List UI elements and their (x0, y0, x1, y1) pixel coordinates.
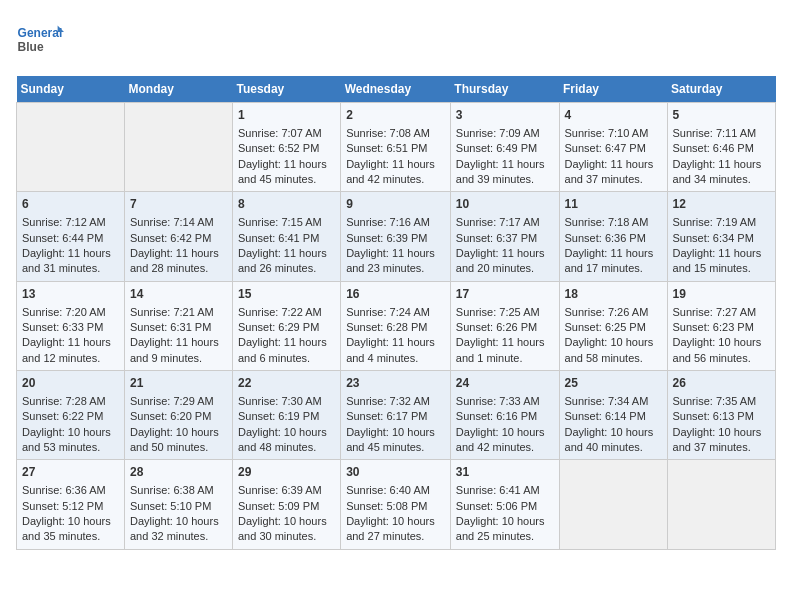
logo: General Blue (16, 16, 64, 64)
sunrise: Sunrise: 7:12 AM (22, 216, 106, 228)
daylight: Daylight: 10 hours and 58 minutes. (565, 336, 654, 363)
sunset: Sunset: 6:37 PM (456, 232, 537, 244)
day-number: 25 (565, 375, 662, 392)
day-number: 2 (346, 107, 445, 124)
day-number: 19 (673, 286, 770, 303)
calendar-cell: 24Sunrise: 7:33 AMSunset: 6:16 PMDayligh… (450, 371, 559, 460)
sunrise: Sunrise: 7:30 AM (238, 395, 322, 407)
sunset: Sunset: 6:17 PM (346, 410, 427, 422)
daylight: Daylight: 10 hours and 30 minutes. (238, 515, 327, 542)
sunrise: Sunrise: 7:11 AM (673, 127, 757, 139)
day-number: 1 (238, 107, 335, 124)
calendar-cell: 16Sunrise: 7:24 AMSunset: 6:28 PMDayligh… (341, 281, 451, 370)
calendar-cell: 22Sunrise: 7:30 AMSunset: 6:19 PMDayligh… (232, 371, 340, 460)
sunset: Sunset: 6:29 PM (238, 321, 319, 333)
calendar-cell: 9Sunrise: 7:16 AMSunset: 6:39 PMDaylight… (341, 192, 451, 281)
calendar-cell (667, 460, 775, 549)
sunrise: Sunrise: 7:14 AM (130, 216, 214, 228)
sunset: Sunset: 6:16 PM (456, 410, 537, 422)
sunrise: Sunrise: 7:26 AM (565, 306, 649, 318)
sunrise: Sunrise: 7:20 AM (22, 306, 106, 318)
daylight: Daylight: 10 hours and 25 minutes. (456, 515, 545, 542)
day-number: 5 (673, 107, 770, 124)
sunrise: Sunrise: 7:09 AM (456, 127, 540, 139)
calendar-cell: 31Sunrise: 6:41 AMSunset: 5:06 PMDayligh… (450, 460, 559, 549)
day-number: 24 (456, 375, 554, 392)
calendar-cell: 7Sunrise: 7:14 AMSunset: 6:42 PMDaylight… (124, 192, 232, 281)
daylight: Daylight: 11 hours and 12 minutes. (22, 336, 111, 363)
sunrise: Sunrise: 7:29 AM (130, 395, 214, 407)
sunset: Sunset: 6:49 PM (456, 142, 537, 154)
day-number: 7 (130, 196, 227, 213)
calendar-cell: 23Sunrise: 7:32 AMSunset: 6:17 PMDayligh… (341, 371, 451, 460)
week-row-4: 20Sunrise: 7:28 AMSunset: 6:22 PMDayligh… (17, 371, 776, 460)
col-header-tuesday: Tuesday (232, 76, 340, 103)
day-number: 9 (346, 196, 445, 213)
page-header: General Blue (16, 16, 776, 64)
day-number: 18 (565, 286, 662, 303)
day-number: 20 (22, 375, 119, 392)
day-number: 14 (130, 286, 227, 303)
day-number: 11 (565, 196, 662, 213)
sunset: Sunset: 6:52 PM (238, 142, 319, 154)
sunrise: Sunrise: 6:39 AM (238, 484, 322, 496)
sunset: Sunset: 6:25 PM (565, 321, 646, 333)
day-number: 28 (130, 464, 227, 481)
col-header-thursday: Thursday (450, 76, 559, 103)
daylight: Daylight: 11 hours and 31 minutes. (22, 247, 111, 274)
sunrise: Sunrise: 7:17 AM (456, 216, 540, 228)
sunset: Sunset: 6:44 PM (22, 232, 103, 244)
daylight: Daylight: 11 hours and 1 minute. (456, 336, 545, 363)
calendar-cell: 8Sunrise: 7:15 AMSunset: 6:41 PMDaylight… (232, 192, 340, 281)
sunset: Sunset: 6:36 PM (565, 232, 646, 244)
col-header-sunday: Sunday (17, 76, 125, 103)
col-header-wednesday: Wednesday (341, 76, 451, 103)
sunset: Sunset: 5:12 PM (22, 500, 103, 512)
calendar-cell: 18Sunrise: 7:26 AMSunset: 6:25 PMDayligh… (559, 281, 667, 370)
header-row: SundayMondayTuesdayWednesdayThursdayFrid… (17, 76, 776, 103)
sunrise: Sunrise: 7:33 AM (456, 395, 540, 407)
day-number: 13 (22, 286, 119, 303)
calendar-table: SundayMondayTuesdayWednesdayThursdayFrid… (16, 76, 776, 550)
calendar-cell: 28Sunrise: 6:38 AMSunset: 5:10 PMDayligh… (124, 460, 232, 549)
sunset: Sunset: 5:08 PM (346, 500, 427, 512)
sunset: Sunset: 6:51 PM (346, 142, 427, 154)
calendar-cell: 17Sunrise: 7:25 AMSunset: 6:26 PMDayligh… (450, 281, 559, 370)
daylight: Daylight: 11 hours and 4 minutes. (346, 336, 435, 363)
sunset: Sunset: 6:28 PM (346, 321, 427, 333)
sunrise: Sunrise: 7:08 AM (346, 127, 430, 139)
day-number: 10 (456, 196, 554, 213)
sunset: Sunset: 6:22 PM (22, 410, 103, 422)
sunset: Sunset: 6:23 PM (673, 321, 754, 333)
calendar-cell: 12Sunrise: 7:19 AMSunset: 6:34 PMDayligh… (667, 192, 775, 281)
sunrise: Sunrise: 7:18 AM (565, 216, 649, 228)
sunrise: Sunrise: 6:36 AM (22, 484, 106, 496)
calendar-cell: 21Sunrise: 7:29 AMSunset: 6:20 PMDayligh… (124, 371, 232, 460)
calendar-cell: 13Sunrise: 7:20 AMSunset: 6:33 PMDayligh… (17, 281, 125, 370)
day-number: 8 (238, 196, 335, 213)
svg-text:Blue: Blue (18, 40, 44, 54)
daylight: Daylight: 10 hours and 42 minutes. (456, 426, 545, 453)
calendar-cell: 11Sunrise: 7:18 AMSunset: 6:36 PMDayligh… (559, 192, 667, 281)
day-number: 29 (238, 464, 335, 481)
daylight: Daylight: 11 hours and 23 minutes. (346, 247, 435, 274)
calendar-cell: 5Sunrise: 7:11 AMSunset: 6:46 PMDaylight… (667, 103, 775, 192)
sunset: Sunset: 6:47 PM (565, 142, 646, 154)
daylight: Daylight: 11 hours and 9 minutes. (130, 336, 219, 363)
calendar-cell: 19Sunrise: 7:27 AMSunset: 6:23 PMDayligh… (667, 281, 775, 370)
sunset: Sunset: 6:14 PM (565, 410, 646, 422)
daylight: Daylight: 10 hours and 27 minutes. (346, 515, 435, 542)
day-number: 26 (673, 375, 770, 392)
daylight: Daylight: 10 hours and 32 minutes. (130, 515, 219, 542)
daylight: Daylight: 11 hours and 20 minutes. (456, 247, 545, 274)
calendar-cell: 1Sunrise: 7:07 AMSunset: 6:52 PMDaylight… (232, 103, 340, 192)
sunrise: Sunrise: 7:35 AM (673, 395, 757, 407)
calendar-cell: 3Sunrise: 7:09 AMSunset: 6:49 PMDaylight… (450, 103, 559, 192)
col-header-monday: Monday (124, 76, 232, 103)
sunset: Sunset: 6:26 PM (456, 321, 537, 333)
sunset: Sunset: 6:46 PM (673, 142, 754, 154)
sunset: Sunset: 6:19 PM (238, 410, 319, 422)
week-row-3: 13Sunrise: 7:20 AMSunset: 6:33 PMDayligh… (17, 281, 776, 370)
daylight: Daylight: 10 hours and 37 minutes. (673, 426, 762, 453)
daylight: Daylight: 11 hours and 28 minutes. (130, 247, 219, 274)
